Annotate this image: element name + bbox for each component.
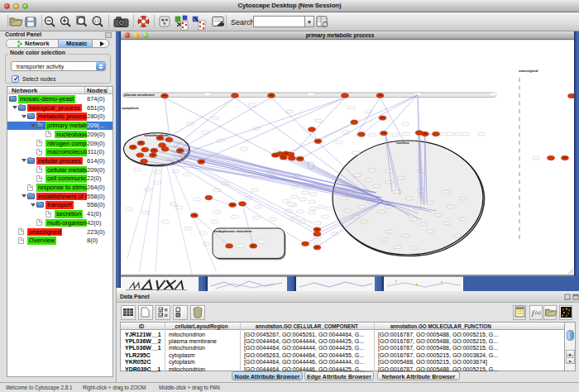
- svg-text:plasma membrane: plasma membrane: [124, 93, 155, 97]
- svg-text:nucleus: nucleus: [396, 141, 409, 145]
- svg-text:cytoplasm: cytoplasm: [122, 106, 139, 110]
- svg-text:endoplasmic reticulum: endoplasmic reticulum: [214, 229, 252, 233]
- svg-text:1:1: 1:1: [94, 19, 100, 23]
- svg-text:(x): (x): [535, 310, 541, 316]
- svg-text:mitochondrion: mitochondrion: [144, 133, 169, 137]
- svg-text:unassigned: unassigned: [519, 69, 538, 73]
